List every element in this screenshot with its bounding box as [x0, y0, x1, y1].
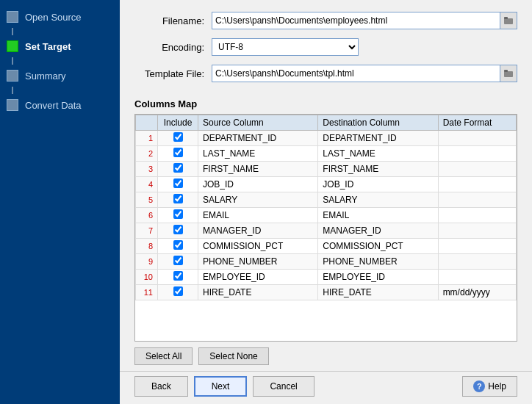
- row-include-cell[interactable]: [158, 285, 198, 300]
- row-checkbox[interactable]: [173, 225, 183, 234]
- next-button[interactable]: Next: [194, 376, 248, 397]
- filename-browse-button[interactable]: [500, 12, 517, 29]
- filename-input[interactable]: [212, 12, 500, 29]
- sidebar-item-convert-data[interactable]: Convert Data: [0, 94, 120, 116]
- row-destination-column: EMPLOYEE_ID: [318, 270, 438, 285]
- row-checkbox[interactable]: [173, 286, 183, 296]
- sidebar-item-open-source[interactable]: Open Source: [0, 6, 120, 28]
- row-checkbox[interactable]: [173, 209, 183, 219]
- row-include-cell[interactable]: [158, 192, 198, 208]
- encoding-label: Encoding:: [134, 42, 212, 53]
- row-num: 11: [136, 285, 158, 300]
- table-row: 1DEPARTMENT_IDDEPARTMENT_ID: [136, 131, 517, 146]
- table-row: 9PHONE_NUMBERPHONE_NUMBER: [136, 254, 517, 270]
- folder-icon-2: [504, 69, 513, 78]
- columns-map-table-container[interactable]: Include Source Column Destination Column…: [134, 114, 517, 342]
- row-include-cell[interactable]: [158, 270, 198, 285]
- col-header-date-format: Date Format: [438, 115, 516, 131]
- row-date-format: [438, 239, 516, 254]
- row-num: 7: [136, 223, 158, 239]
- row-date-format: [438, 254, 516, 270]
- row-date-format: [438, 270, 516, 285]
- table-row: 4JOB_IDJOB_ID: [136, 177, 517, 192]
- select-none-button[interactable]: Select None: [198, 347, 268, 365]
- row-source-column: FIRST_NAME: [198, 162, 318, 177]
- row-date-format: [438, 192, 516, 208]
- row-checkbox[interactable]: [173, 194, 183, 203]
- nav-left-group: Back Next Cancel: [134, 376, 314, 397]
- svg-rect-1: [504, 19, 508, 21]
- row-num: 3: [136, 162, 158, 177]
- sidebar-connector-1: [12, 28, 13, 35]
- row-source-column: MANAGER_ID: [198, 223, 318, 239]
- nav-right-group: ? Help: [462, 376, 517, 397]
- sidebar-connector-3: [12, 87, 13, 94]
- row-checkbox[interactable]: [173, 148, 183, 157]
- row-checkbox[interactable]: [173, 163, 183, 173]
- row-source-column: LAST_NAME: [198, 146, 318, 162]
- sidebar-label-open-source: Open Source: [25, 12, 82, 23]
- row-source-column: EMAIL: [198, 208, 318, 223]
- open-source-icon: [6, 10, 19, 24]
- table-row: 2LAST_NAMELAST_NAME: [136, 146, 517, 162]
- row-source-column: EMPLOYEE_ID: [198, 270, 318, 285]
- encoding-row: Encoding: UTF-8 UTF-16 ISO-8859-1 ASCII: [134, 38, 517, 56]
- row-date-format: mm/dd/yyyy: [438, 285, 516, 300]
- row-num: 10: [136, 270, 158, 285]
- filename-label: Filename:: [134, 15, 212, 26]
- row-destination-column: COMMISSION_PCT: [318, 239, 438, 254]
- row-source-column: DEPARTMENT_ID: [198, 131, 318, 146]
- help-button[interactable]: ? Help: [462, 376, 517, 397]
- filename-field-wrapper: [212, 12, 517, 29]
- row-include-cell[interactable]: [158, 131, 198, 146]
- form-area: Filename: Encoding: UTF-8 UTF-16 ISO-885…: [120, 0, 532, 98]
- sidebar-item-set-target[interactable]: Set Target: [0, 35, 120, 57]
- row-include-cell[interactable]: [158, 239, 198, 254]
- encoding-select[interactable]: UTF-8 UTF-16 ISO-8859-1 ASCII: [212, 38, 359, 56]
- cancel-button[interactable]: Cancel: [253, 376, 314, 397]
- table-row: 6EMAILEMAIL: [136, 208, 517, 223]
- row-checkbox[interactable]: [173, 240, 183, 250]
- sidebar-label-convert-data: Convert Data: [25, 100, 82, 111]
- sidebar-label-summary: Summary: [25, 71, 66, 82]
- row-checkbox[interactable]: [173, 271, 183, 281]
- svg-rect-4: [504, 70, 508, 72]
- template-browse-button[interactable]: [500, 65, 517, 82]
- back-button[interactable]: Back: [134, 376, 188, 397]
- row-include-cell[interactable]: [158, 208, 198, 223]
- table-row: 8COMMISSION_PCTCOMMISSION_PCT: [136, 239, 517, 254]
- template-row: Template File:: [134, 65, 517, 82]
- table-header-row: Include Source Column Destination Column…: [136, 115, 517, 131]
- row-num: 4: [136, 177, 158, 192]
- row-checkbox[interactable]: [173, 178, 183, 188]
- row-destination-column: LAST_NAME: [318, 146, 438, 162]
- row-num: 5: [136, 192, 158, 208]
- table-row: 11HIRE_DATEHIRE_DATEmm/dd/yyyy: [136, 285, 517, 300]
- set-target-icon: [6, 40, 19, 53]
- row-checkbox[interactable]: [173, 256, 183, 265]
- row-include-cell[interactable]: [158, 177, 198, 192]
- row-include-cell[interactable]: [158, 254, 198, 270]
- columns-map-tbody: 1DEPARTMENT_IDDEPARTMENT_ID2LAST_NAMELAS…: [136, 131, 517, 300]
- select-all-button[interactable]: Select All: [134, 347, 193, 365]
- folder-icon: [504, 16, 513, 25]
- row-include-cell[interactable]: [158, 162, 198, 177]
- convert-data-icon: [6, 98, 19, 112]
- row-destination-column: SALARY: [318, 192, 438, 208]
- row-destination-column: HIRE_DATE: [318, 285, 438, 300]
- row-include-cell[interactable]: [158, 146, 198, 162]
- row-num: 8: [136, 239, 158, 254]
- row-include-cell[interactable]: [158, 223, 198, 239]
- row-date-format: [438, 162, 516, 177]
- sidebar-item-summary[interactable]: Summary: [0, 65, 120, 87]
- row-num: 9: [136, 254, 158, 270]
- row-destination-column: MANAGER_ID: [318, 223, 438, 239]
- col-header-destination: Destination Column: [318, 115, 438, 131]
- row-date-format: [438, 131, 516, 146]
- template-input[interactable]: [212, 65, 500, 82]
- sidebar-label-set-target: Set Target: [25, 41, 71, 52]
- summary-icon: [6, 69, 19, 82]
- row-checkbox[interactable]: [173, 132, 183, 142]
- main-content: Filename: Encoding: UTF-8 UTF-16 ISO-885…: [120, 0, 532, 404]
- table-row: 3FIRST_NAMEFIRST_NAME: [136, 162, 517, 177]
